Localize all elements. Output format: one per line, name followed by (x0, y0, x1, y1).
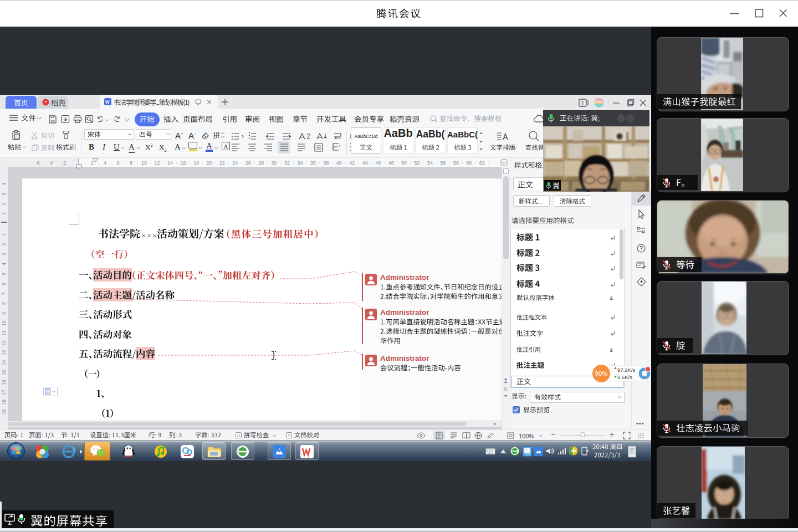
svg-text:6: 6 (37, 160, 39, 166)
svg-text:3: 3 (1, 192, 7, 195)
svg-text:19: 19 (1, 409, 7, 415)
svg-text:17: 17 (1, 390, 7, 395)
svg-text:2: 2 (1, 243, 7, 245)
svg-text:2: 2 (63, 160, 66, 166)
svg-text:4: 4 (50, 160, 53, 166)
svg-text:97.2K/s: 97.2K/s (617, 367, 635, 373)
svg-text:2: 2 (1, 202, 7, 205)
svg-text:4: 4 (1, 182, 7, 185)
svg-text:90%: 90% (595, 370, 607, 377)
svg-text:1: 1 (1, 233, 7, 236)
svg-text:1: 1 (1, 212, 7, 215)
svg-text:1: 1 (581, 100, 585, 106)
svg-text:16: 16 (1, 380, 7, 385)
svg-text:18: 18 (1, 400, 7, 405)
svg-text:6.5K/s: 6.5K/s (617, 374, 632, 380)
